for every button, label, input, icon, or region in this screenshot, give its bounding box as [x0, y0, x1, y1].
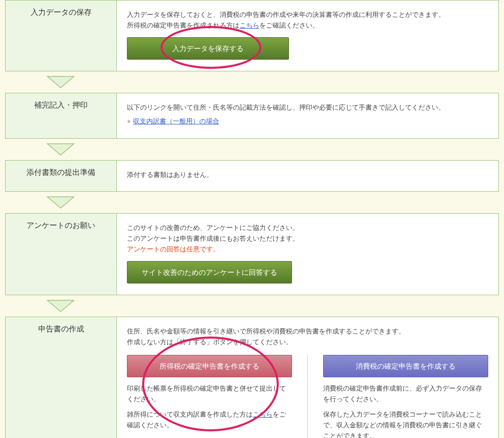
save-data-description-2-prefix: 所得税の確定申告書を作成される方は — [127, 21, 240, 29]
section-survey: アンケートのお願い このサイトの改善のため、アンケートにご協力ください。 このア… — [5, 213, 499, 295]
survey-line-3-optional: アンケートの回答は任意です。 — [127, 244, 488, 255]
section-attachments: 添付書類の提出準備 添付する書類はありません。 — [5, 160, 499, 192]
svg-marker-2 — [47, 197, 74, 208]
statement-general-link[interactable]: 収支内訳書（一般用）の場合 — [133, 117, 219, 125]
consumption-tax-note-1: 消費税の確定申告書作成前に、必ず入力データの保存を行ってください。 — [323, 383, 488, 405]
income-tax-note-2-prefix: 雑所得について収支内訳書を作成した方は — [127, 411, 253, 418]
create-return-line-2: 作成しない方は「終了する」ボタンを押してください。 — [127, 337, 488, 348]
bullet-icon: ● — [127, 117, 133, 125]
section-create-return-title: 申告書の作成 — [6, 317, 117, 438]
section-save-data-body: 入力データを保存しておくと、消費税の申告書の作成や来年の決算書等の作成に利用する… — [117, 1, 498, 71]
arrow-down-2 — [5, 142, 116, 157]
section-fill-title: 補完記入・押印 — [6, 93, 117, 138]
income-tax-note-2: 雑所得について収支内訳書を作成した方はこちらをご確認ください。 — [127, 409, 292, 431]
chevron-down-icon — [45, 195, 76, 210]
save-input-data-button[interactable]: 入力データを保存する — [127, 37, 289, 60]
answer-survey-button[interactable]: サイト改善のためのアンケートに回答する — [127, 261, 292, 284]
income-tax-kochira-link[interactable]: こちら — [253, 411, 273, 418]
create-income-tax-return-button[interactable]: 所得税の確定申告書を作成する — [127, 355, 292, 377]
svg-marker-0 — [47, 76, 74, 88]
section-survey-body: このサイトの改善のため、アンケートにご協力ください。 このアンケートは申告書作成… — [117, 214, 498, 295]
section-attachments-title: 添付書類の提出準備 — [6, 161, 117, 192]
arrow-down-1 — [5, 74, 116, 90]
section-fill-supplement: 補完記入・押印 以下のリンクを開いて住所・氏名等の記載方法を確認し、押印や必要に… — [5, 93, 499, 139]
attachments-description: 添付する書類はありません。 — [127, 170, 488, 181]
survey-button-row: サイト改善のためのアンケートに回答する — [127, 261, 488, 284]
save-data-description-2: 所得税の確定申告書を作成される方はこちらをご確認ください。 — [127, 20, 488, 31]
section-fill-body: 以下のリンクを開いて住所・氏名等の記載方法を確認し、押印や必要に応じて手書きで記… — [117, 93, 498, 138]
income-tax-column: 所得税の確定申告書を作成する 印刷した帳票を所得税の確定申告書と併せて提出してく… — [127, 355, 292, 438]
survey-line-1: このサイトの改善のため、アンケートにご協力ください。 — [127, 223, 488, 234]
consumption-tax-note-2: 保存した入力データを消費税コーナーで読み込むことで、収入金額などの情報を消費税の… — [323, 409, 488, 438]
section-create-return: 申告書の作成 住所、氏名や金額等の情報を引き継いで所得税や消費税の申告書を作成す… — [5, 317, 499, 438]
section-save-data-title: 入力データの保存 — [6, 1, 117, 71]
fill-link-row: ●収支内訳書（一般用）の場合 — [127, 116, 488, 127]
save-data-kochira-link[interactable]: こちら — [240, 21, 259, 29]
chevron-down-icon — [45, 74, 76, 90]
chevron-down-icon — [45, 298, 76, 314]
save-data-description-2-suffix: をご確認ください。 — [259, 21, 319, 29]
svg-marker-1 — [47, 144, 74, 155]
create-return-line-1: 住所、氏名や金額等の情報を引き継いで所得税や消費税の申告書を作成することができま… — [127, 326, 488, 337]
section-attachments-body: 添付する書類はありません。 — [117, 161, 498, 192]
arrow-down-3 — [5, 195, 116, 210]
save-data-description-1: 入力データを保存しておくと、消費税の申告書の作成や来年の決算書等の作成に利用する… — [127, 10, 488, 20]
survey-line-2: このアンケートは申告書作成後にもお答えいただけます。 — [127, 234, 488, 244]
section-survey-title: アンケートのお願い — [6, 214, 117, 295]
section-save-data: 入力データの保存 入力データを保存しておくと、消費税の申告書の作成や来年の決算書… — [5, 0, 499, 71]
income-tax-note-1: 印刷した帳票を所得税の確定申告書と併せて提出してください。 — [127, 383, 292, 405]
chevron-down-icon — [45, 142, 76, 157]
section-create-return-body: 住所、氏名や金額等の情報を引き継いで所得税や消費税の申告書を作成することができま… — [117, 317, 498, 438]
fill-description: 以下のリンクを開いて住所・氏名等の記載方法を確認し、押印や必要に応じて手書きで記… — [127, 102, 488, 113]
arrow-down-4 — [5, 298, 116, 314]
create-consumption-tax-return-button[interactable]: 消費税の確定申告書を作成する — [323, 355, 488, 377]
svg-marker-3 — [47, 300, 74, 312]
save-data-button-row: 入力データを保存する — [127, 37, 488, 60]
create-return-columns: 所得税の確定申告書を作成する 印刷した帳票を所得税の確定申告書と併せて提出してく… — [127, 355, 488, 438]
consumption-tax-column: 消費税の確定申告書を作成する 消費税の確定申告書作成前に、必ず入力データの保存を… — [307, 355, 488, 438]
